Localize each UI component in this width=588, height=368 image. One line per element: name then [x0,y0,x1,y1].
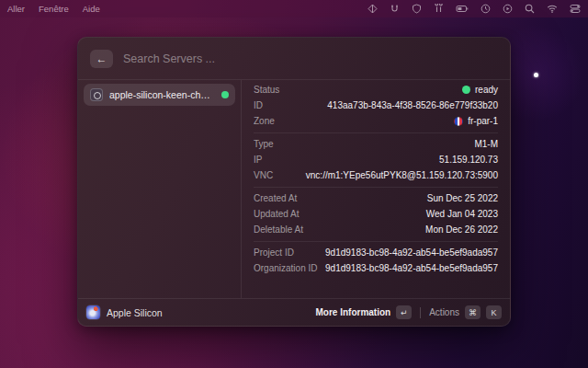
detail-value: fr-par-1 [468,116,498,126]
detail-value: Wed Jan 04 2023 [426,209,498,219]
detail-row-project-id: Project ID 9d1d9183-bc98-4a92-ab54-be5ef… [254,245,498,260]
detail-row-organization-id: Organization ID 9d1d9183-bc98-4a92-ab54-… [254,260,498,276]
airpods-icon[interactable] [434,4,444,14]
detail-value: M1-M [474,139,498,149]
detail-row-created-at: Created At Sun Dec 25 2022 [254,190,498,206]
detail-value: 51.159.120.73 [439,155,498,165]
k-keycap: K [486,305,502,319]
detail-label: VNC [254,170,273,180]
group-separator [254,132,498,133]
back-button[interactable]: ← [90,50,113,68]
menu-fenetre[interactable]: Fenêtre [39,4,69,14]
detail-row-ip: IP 51.159.120.73 [254,152,498,167]
search-icon[interactable] [525,4,535,14]
return-keycap: ↵ [396,305,412,319]
group-separator [254,187,498,188]
detail-value: Mon Dec 26 2022 [425,224,498,235]
detail-value: 413aa73b-843a-4f38-8526-86e779f33b20 [327,100,498,110]
prism-icon[interactable] [368,4,378,14]
detail-label: Updated At [254,209,299,219]
detail-row-status: Status ready [254,82,498,98]
server-status-dot [221,91,229,98]
clock-icon[interactable] [481,4,491,14]
detail-label: Deletable At [254,224,303,235]
server-list: apple-silicon-keen-chaplygin [78,80,242,298]
command-keycap: ⌘ [465,305,481,319]
apple-silicon-app-icon [86,305,100,319]
window-body: apple-silicon-keen-chaplygin Status read… [78,80,510,298]
detail-row-id: ID 413aa73b-843a-4f38-8526-86e779f33b20 [254,98,498,113]
battery-icon[interactable] [456,4,469,14]
group-separator [254,241,498,242]
detail-row-zone: Zone fr-par-1 [254,113,498,129]
detail-label: Project ID [254,247,294,258]
detail-value: vnc://m1:YEpe56utPYK8@51.159.120.73:5900 [306,170,498,180]
menubar: Aller Fenêtre Aide [0,0,588,17]
server-details-panel: Status ready ID 413aa73b-843a-4f38-8526-… [242,80,510,298]
detail-label: IP [254,155,262,165]
record-icon[interactable] [503,4,513,14]
detail-label: Organization ID [254,263,317,273]
france-flag-icon [454,117,463,126]
detail-value: 9d1d9183-bc98-4a92-ab54-be5ef9ada957 [325,263,498,273]
shield-icon[interactable] [412,4,422,14]
menubar-status-icons [368,4,581,14]
detail-value: Sun Dec 25 2022 [427,193,498,203]
menu-aide[interactable]: Aide [83,4,100,14]
more-information-button[interactable]: More Information [316,307,391,317]
magnet-icon[interactable] [390,4,400,14]
mouse-cursor-dot [534,73,538,77]
wifi-icon[interactable] [547,4,558,14]
server-icon [90,88,103,101]
detail-row-vnc: VNC vnc://m1:YEpe56utPYK8@51.159.120.73:… [254,167,498,183]
list-item-server[interactable]: apple-silicon-keen-chaplygin [84,84,235,106]
status-ready-dot [462,86,470,94]
control-center-icon[interactable] [570,4,581,14]
detail-row-updated-at: Updated At Wed Jan 04 2023 [254,206,498,222]
actions-button[interactable]: Actions [429,307,459,317]
launcher-window: ← Search Servers ... apple-silicon-keen-… [77,37,511,327]
server-name: apple-silicon-keen-chaplygin [109,89,215,100]
detail-row-type: Type M1-M [254,136,498,152]
detail-value: ready [475,85,498,95]
detail-row-deletable-at: Deletable At Mon Dec 26 2022 [254,222,498,237]
detail-label: Created At [254,193,297,203]
footer-divider [420,307,421,318]
detail-label: Zone [254,116,275,126]
search-input[interactable]: Search Servers ... [123,52,498,65]
detail-label: Status [254,85,279,95]
detail-label: Type [254,139,274,149]
app-name: Apple Silicon [107,307,163,318]
menubar-menus: Aller Fenêtre Aide [7,4,100,14]
window-footer: Apple Silicon More Information ↵ Actions… [78,298,510,326]
menu-aller[interactable]: Aller [7,4,25,14]
window-header: ← Search Servers ... [78,38,510,80]
detail-label: ID [254,100,263,110]
detail-value: 9d1d9183-bc98-4a92-ab54-be5ef9ada957 [325,247,498,258]
footer-actions: More Information ↵ Actions ⌘ K [316,305,502,319]
